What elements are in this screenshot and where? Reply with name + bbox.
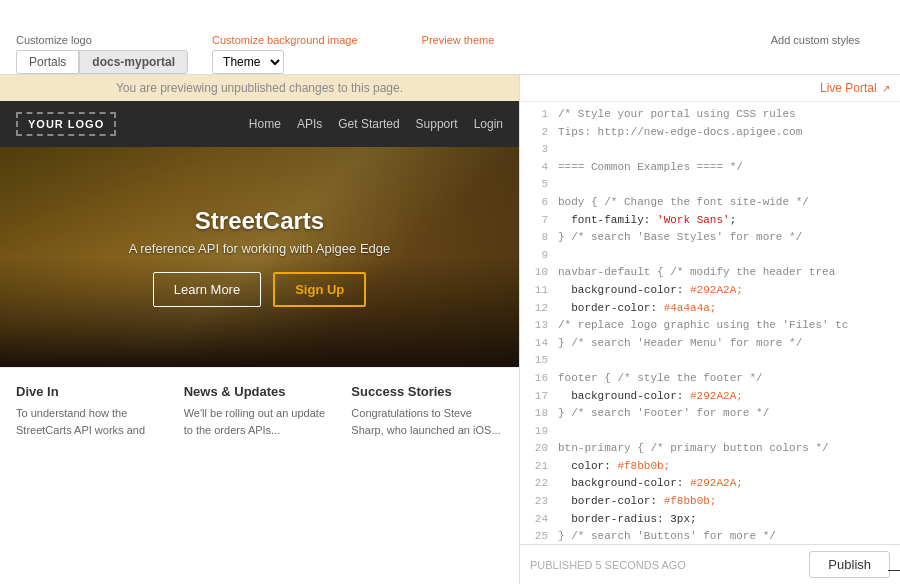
css-line: 11 background-color: #292A2A; xyxy=(520,282,900,300)
line-content: background-color: #292A2A; xyxy=(558,475,743,493)
line-content: Tips: http://new-edge-docs.apigee.com xyxy=(558,124,802,142)
annotation-line xyxy=(888,570,900,571)
portal-footer: Dive In To understand how the StreetCart… xyxy=(0,367,519,454)
css-line: 15 xyxy=(520,352,900,370)
publish-button[interactable]: Publish xyxy=(809,551,890,578)
add-custom-styles-section: Add custom styles xyxy=(771,34,860,74)
css-line: 25} /* search 'Buttons' for more */ xyxy=(520,528,900,544)
line-number: 3 xyxy=(528,141,548,159)
line-content: color: #f8bb0b; xyxy=(558,458,670,476)
line-number: 6 xyxy=(528,194,548,212)
theme-select[interactable]: Theme xyxy=(212,50,284,74)
css-line: 13/* replace logo graphic using the 'Fil… xyxy=(520,317,900,335)
line-number: 16 xyxy=(528,370,548,388)
nav-apis[interactable]: APIs xyxy=(297,117,322,131)
css-line: 12 border-color: #4a4a4a; xyxy=(520,300,900,318)
portal-nav-links: Home APIs Get Started Support Login xyxy=(249,117,503,131)
line-number: 4 xyxy=(528,159,548,177)
line-content: /* replace logo graphic using the 'Files… xyxy=(558,317,848,335)
line-content: background-color: #292A2A; xyxy=(558,282,743,300)
css-line: 7 font-family: 'Work Sans'; xyxy=(520,212,900,230)
nav-login[interactable]: Login xyxy=(474,117,503,131)
sign-up-button[interactable]: Sign Up xyxy=(273,272,366,307)
footer-dive-in-text: To understand how the StreetCarts API wo… xyxy=(16,405,168,438)
live-portal-link[interactable]: Live Portal ↗ xyxy=(820,81,890,95)
line-number: 24 xyxy=(528,511,548,529)
footer-dive-in: Dive In To understand how the StreetCart… xyxy=(16,384,168,438)
line-content: navbar-default { /* modify the header tr… xyxy=(558,264,835,282)
line-number: 12 xyxy=(528,300,548,318)
published-status: PUBLISHED 5 SECONDS AGO xyxy=(530,559,686,571)
css-line: 22 background-color: #292A2A; xyxy=(520,475,900,493)
css-panel-header: Live Portal ↗ xyxy=(520,75,900,102)
portal-nav: YOUR LOGO Home APIs Get Started Support … xyxy=(0,101,519,147)
publish-annotation: Publish theme xyxy=(888,564,900,576)
line-content: /* Style your portal using CSS rules xyxy=(558,106,796,124)
portals-tab[interactable]: Portals xyxy=(16,50,79,74)
line-number: 14 xyxy=(528,335,548,353)
portal-tabs: Portals docs-myportal xyxy=(16,50,188,74)
line-number: 5 xyxy=(528,176,548,194)
footer-news-title: News & Updates xyxy=(184,384,336,399)
css-line: 8} /* search 'Base Styles' for more */ xyxy=(520,229,900,247)
line-number: 17 xyxy=(528,388,548,406)
line-number: 22 xyxy=(528,475,548,493)
line-content: border-radius: 3px; xyxy=(558,511,697,529)
line-content: border-color: #f8bb0b; xyxy=(558,493,716,511)
css-line: 18} /* search 'Footer' for more */ xyxy=(520,405,900,423)
preview-theme-label: Preview theme xyxy=(422,34,495,46)
hero-content: StreetCarts A reference API for working … xyxy=(129,207,391,307)
css-editor[interactable]: 1/* Style your portal using CSS rules2Ti… xyxy=(520,102,900,544)
learn-more-button[interactable]: Learn More xyxy=(153,272,261,307)
footer-success-title: Success Stories xyxy=(351,384,503,399)
hero-title: StreetCarts xyxy=(129,207,391,235)
line-content: font-family: 'Work Sans'; xyxy=(558,212,736,230)
bottom-wrapper: PUBLISHED 5 SECONDS AGO Publish Publish … xyxy=(520,544,900,584)
portal-hero: StreetCarts A reference API for working … xyxy=(0,147,519,367)
toolbar: Customize logo Portals docs-myportal Cus… xyxy=(0,0,900,75)
line-number: 19 xyxy=(528,423,548,441)
preview-banner: You are previewing unpublished changes t… xyxy=(0,75,519,101)
external-link-icon: ↗ xyxy=(882,83,890,94)
line-content: ==== Common Examples ==== */ xyxy=(558,159,743,177)
css-line: 19 xyxy=(520,423,900,441)
preview-theme-section: Preview theme xyxy=(422,34,495,74)
line-content: footer { /* style the footer */ xyxy=(558,370,763,388)
line-number: 21 xyxy=(528,458,548,476)
line-content: border-color: #4a4a4a; xyxy=(558,300,716,318)
nav-home[interactable]: Home xyxy=(249,117,281,131)
footer-news-text: We'll be rolling out an update to the or… xyxy=(184,405,336,438)
line-number: 7 xyxy=(528,212,548,230)
line-number: 11 xyxy=(528,282,548,300)
main-area: You are previewing unpublished changes t… xyxy=(0,75,900,584)
line-content: } /* search 'Base Styles' for more */ xyxy=(558,229,802,247)
line-number: 15 xyxy=(528,352,548,370)
css-line: 23 border-color: #f8bb0b; xyxy=(520,493,900,511)
nav-support[interactable]: Support xyxy=(416,117,458,131)
footer-success: Success Stories Congratulations to Steve… xyxy=(351,384,503,438)
portal-logo: YOUR LOGO xyxy=(16,112,116,136)
css-line: 16footer { /* style the footer */ xyxy=(520,370,900,388)
footer-success-text: Congratulations to Steve Sharp, who laun… xyxy=(351,405,503,438)
css-bottom-bar: PUBLISHED 5 SECONDS AGO Publish xyxy=(520,544,900,584)
hero-subtitle: A reference API for working with Apigee … xyxy=(129,241,391,256)
docs-tab[interactable]: docs-myportal xyxy=(79,50,188,74)
css-line: 4==== Common Examples ==== */ xyxy=(520,159,900,177)
add-custom-styles-label: Add custom styles xyxy=(771,34,860,46)
footer-news: News & Updates We'll be rolling out an u… xyxy=(184,384,336,438)
line-number: 1 xyxy=(528,106,548,124)
line-content: } /* search 'Buttons' for more */ xyxy=(558,528,776,544)
line-number: 13 xyxy=(528,317,548,335)
css-panel: Live Portal ↗ 1/* Style your portal usin… xyxy=(520,75,900,584)
css-line: 5 xyxy=(520,176,900,194)
line-number: 25 xyxy=(528,528,548,544)
line-number: 18 xyxy=(528,405,548,423)
nav-get-started[interactable]: Get Started xyxy=(338,117,399,131)
customize-logo-label: Customize logo xyxy=(16,34,92,46)
css-line: 2Tips: http://new-edge-docs.apigee.com xyxy=(520,124,900,142)
customize-bg-section: Customize background image Theme xyxy=(212,34,358,74)
footer-dive-in-title: Dive In xyxy=(16,384,168,399)
css-line: 3 xyxy=(520,141,900,159)
css-line: 10navbar-default { /* modify the header … xyxy=(520,264,900,282)
css-line: 24 border-radius: 3px; xyxy=(520,511,900,529)
